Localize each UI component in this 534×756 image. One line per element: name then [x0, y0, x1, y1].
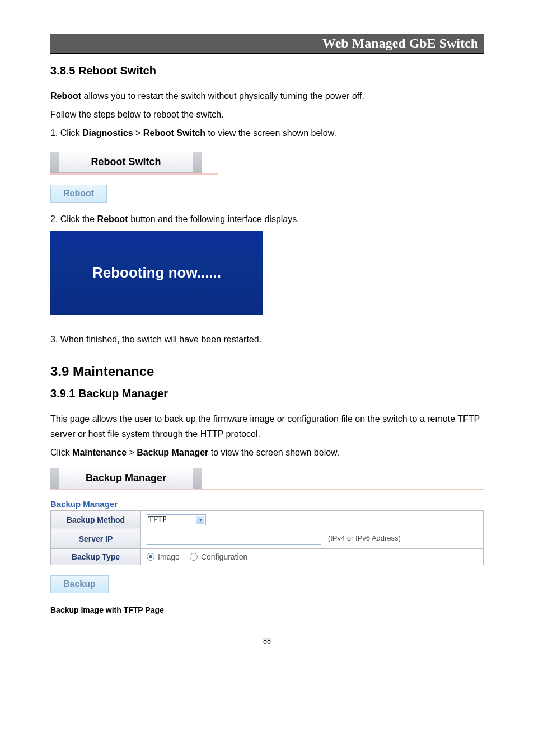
backup-type-label: Backup Type: [51, 548, 141, 565]
backup-panel-title: Backup Manager: [59, 468, 193, 489]
reboot-step3: 3. When finished, the switch will have b…: [50, 332, 484, 347]
server-ip-hint: (IPv4 or IPv6 Address): [328, 534, 401, 542]
backup-method-cell: TFTP ▾: [141, 510, 484, 529]
reboot-button[interactable]: Reboot: [50, 185, 107, 203]
radio-image-label: Image: [158, 552, 180, 561]
section-heading-backup-manager: 3.9.1 Backup Manager: [50, 387, 484, 400]
rebooting-splash: Rebooting now......: [50, 231, 263, 315]
reboot-panel-title: Reboot Switch: [59, 152, 193, 172]
backup-button[interactable]: Backup: [50, 575, 109, 593]
step2-reboot-bold: Reboot: [97, 214, 128, 224]
chevron-down-icon: ▾: [196, 516, 204, 524]
backup-nav: Click Maintenance > Backup Manager to vi…: [50, 445, 484, 460]
row-backup-type: Backup Type Image Configuration: [51, 548, 484, 565]
server-ip-label: Server IP: [51, 529, 141, 548]
step1-prefix: 1. Click: [50, 128, 82, 138]
rebooting-text: Rebooting now......: [92, 264, 221, 281]
reboot-step2: 2. Click the Reboot button and the follo…: [50, 212, 484, 227]
step2-suffix: button and the following interface displ…: [128, 214, 299, 224]
backup-panel-header: Backup Manager: [50, 468, 484, 490]
backup-method-value: TFTP: [148, 515, 167, 524]
backup-method-select[interactable]: TFTP ▾: [147, 514, 206, 525]
reboot-intro-line1: Reboot allows you to restart the switch …: [50, 88, 484, 104]
nav-backup-manager: Backup Manager: [137, 448, 208, 457]
nav-suffix: to view the screen shown below.: [208, 448, 339, 457]
reboot-step1: 1. Click Diagnostics > Reboot Switch to …: [50, 125, 484, 140]
nav-prefix: Click: [50, 448, 72, 457]
nav-maintenance: Maintenance: [72, 448, 127, 457]
document-header: Web Managed GbE Switch: [50, 34, 484, 54]
page-number: 88: [50, 637, 484, 646]
document-header-title: Web Managed GbE Switch: [322, 36, 478, 50]
radio-image[interactable]: [147, 553, 154, 561]
step1-reboot-switch: Reboot Switch: [143, 128, 205, 138]
step1-diagnostics: Diagnostics: [82, 128, 133, 138]
backup-manager-section-label: Backup Manager: [50, 499, 484, 510]
backup-caption: Backup Image with TFTP Page: [50, 605, 484, 614]
server-ip-cell: (IPv4 or IPv6 Address): [141, 529, 484, 548]
row-backup-method: Backup Method TFTP ▾: [51, 510, 484, 529]
nav-mid: >: [127, 448, 137, 457]
step1-suffix: to view the screen shown below.: [205, 128, 336, 138]
reboot-panel-header: Reboot Switch: [50, 152, 202, 175]
reboot-intro-rest: allows you to restart the switch without…: [81, 91, 364, 101]
reboot-intro-line2: Follow the steps below to reboot the swi…: [50, 107, 484, 122]
chapter-heading-maintenance: 3.9 Maintenance: [50, 364, 484, 379]
reboot-word-bold: Reboot: [50, 91, 81, 101]
server-ip-input[interactable]: [147, 533, 321, 545]
step1-mid: >: [133, 128, 143, 138]
row-server-ip: Server IP (IPv4 or IPv6 Address): [51, 529, 484, 548]
backup-type-cell: Image Configuration: [141, 548, 484, 565]
radio-configuration-label: Configuration: [201, 552, 247, 561]
radio-configuration[interactable]: [190, 553, 198, 561]
section-heading-reboot: 3.8.5 Reboot Switch: [50, 64, 484, 77]
backup-form-table: Backup Method TFTP ▾ Server IP (IPv4 or …: [50, 510, 484, 565]
backup-intro: This page allows the user to back up the…: [50, 411, 484, 442]
step2-prefix: 2. Click the: [50, 214, 97, 224]
backup-method-label: Backup Method: [51, 510, 141, 529]
